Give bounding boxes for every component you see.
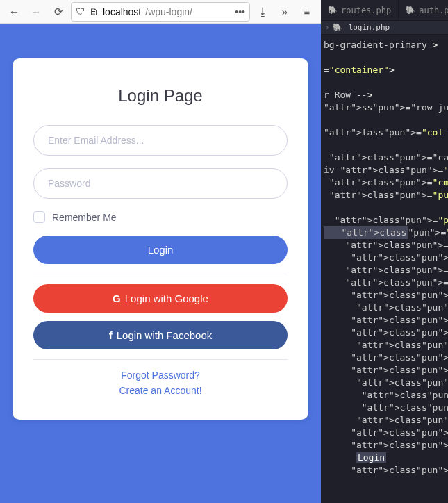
page-icon: 🗎 <box>89 6 99 17</box>
php-icon: 🐘 <box>406 6 415 15</box>
url-more-icon[interactable]: ••• <box>235 6 245 17</box>
breadcrumb-current: login.php <box>349 23 390 32</box>
url-host: localhost <box>103 6 141 17</box>
overflow-button[interactable]: » <box>275 2 294 22</box>
divider <box>33 359 288 360</box>
shield-icon: 🛡 <box>76 6 85 17</box>
url-bar[interactable]: 🛡 🗎 localhost/wpu-login/ ••• <box>71 2 250 22</box>
divider <box>33 274 288 274</box>
breadcrumb: › 🐘 login.php <box>321 21 448 35</box>
nav-forward-button[interactable]: → <box>26 2 46 22</box>
browser-viewport: Login Page Remember Me Login GLogin with… <box>0 24 321 503</box>
remember-checkbox[interactable] <box>33 211 45 223</box>
page-title: Login Page <box>33 86 288 106</box>
forgot-password-link[interactable]: Forgot Password? <box>33 370 288 381</box>
code-editor: 🐘 routes.php 🐘 auth.php › 🐘 login.php bg… <box>321 0 448 503</box>
password-field[interactable] <box>33 168 288 199</box>
php-icon: 🐘 <box>328 6 338 15</box>
create-account-link[interactable]: Create an Account! <box>33 385 288 396</box>
facebook-login-button[interactable]: fLogin with Facebook <box>33 321 288 349</box>
google-login-button[interactable]: GLogin with Google <box>33 284 288 313</box>
nav-reload-button[interactable]: ⟳ <box>49 2 68 22</box>
login-card: Login Page Remember Me Login GLogin with… <box>13 58 308 420</box>
browser-window: ← → ⟳ 🛡 🗎 localhost/wpu-login/ ••• ⭳ » ≡… <box>0 0 321 503</box>
code-area[interactable]: bg-gradient-primary > ="container"> r Ro… <box>321 35 448 481</box>
email-field[interactable] <box>33 125 288 156</box>
editor-tabs: 🐘 routes.php 🐘 auth.php <box>321 0 448 21</box>
nav-back-button[interactable]: ← <box>4 2 24 22</box>
login-button[interactable]: Login <box>33 236 288 264</box>
php-icon: 🐘 <box>333 23 342 32</box>
menu-button[interactable]: ≡ <box>297 2 317 22</box>
url-path: /wpu-login/ <box>145 6 192 17</box>
downloads-button[interactable]: ⭳ <box>253 2 272 22</box>
google-icon: G <box>113 292 121 304</box>
facebook-icon: f <box>109 329 113 341</box>
editor-tab[interactable]: 🐘 routes.php <box>321 0 399 20</box>
browser-toolbar: ← → ⟳ 🛡 🗎 localhost/wpu-login/ ••• ⭳ » ≡ <box>0 0 321 24</box>
editor-tab[interactable]: 🐘 auth.php <box>399 0 448 20</box>
breadcrumb-sep: › <box>325 23 330 32</box>
remember-label: Remember Me <box>52 212 117 223</box>
